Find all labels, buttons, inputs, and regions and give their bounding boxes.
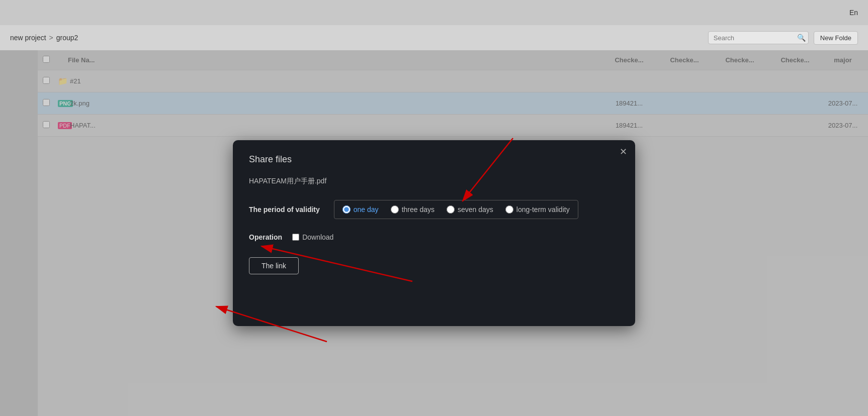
validity-one-day-label: one day — [354, 205, 379, 214]
breadcrumb-project[interactable]: new project — [10, 34, 46, 42]
the-link-button[interactable]: The link — [249, 257, 299, 274]
validity-seven-days-label: seven days — [458, 205, 493, 214]
validity-seven-days[interactable]: seven days — [447, 205, 493, 214]
validity-one-day[interactable]: one day — [342, 205, 379, 214]
breadcrumb: new project > group2 — [10, 34, 78, 42]
breadcrumb-separator: > — [49, 34, 53, 42]
validity-radio-three-days[interactable] — [391, 205, 399, 214]
search-icon: 🔍 — [797, 34, 806, 42]
share-files-modal: ✕ Share files HAPATEAM用户手册.pdf The perio… — [233, 140, 635, 326]
validity-long-term-label: long-term validity — [516, 205, 570, 214]
breadcrumb-bar: new project > group2 🔍 New Folde — [0, 25, 868, 50]
new-folder-button[interactable]: New Folde — [814, 31, 858, 45]
language-selector[interactable]: En — [849, 9, 858, 17]
breadcrumb-actions: 🔍 New Folde — [708, 31, 858, 45]
validity-radio-long-term[interactable] — [505, 205, 513, 214]
modal-filename: HAPATEAM用户手册.pdf — [249, 177, 619, 186]
validity-three-days-label: three days — [402, 205, 435, 214]
search-input[interactable] — [714, 34, 794, 42]
operation-label: Operation — [249, 233, 282, 241]
download-option[interactable]: Download — [292, 233, 333, 241]
download-label: Download — [302, 233, 333, 241]
operation-section: Operation Download — [249, 233, 619, 241]
modal-overlay: ✕ Share files HAPATEAM用户手册.pdf The perio… — [0, 50, 868, 416]
validity-label: The period of validity — [249, 205, 320, 214]
main-content: File Na... Checke... Checke... Checke...… — [0, 50, 868, 416]
validity-radio-seven-days[interactable] — [447, 205, 455, 214]
search-box[interactable]: 🔍 — [708, 31, 809, 44]
validity-three-days[interactable]: three days — [391, 205, 435, 214]
download-checkbox[interactable] — [292, 234, 299, 241]
modal-title: Share files — [249, 154, 619, 165]
breadcrumb-current: group2 — [56, 34, 78, 42]
top-bar: En — [0, 0, 868, 25]
validity-long-term[interactable]: long-term validity — [505, 205, 570, 214]
validity-options: one day three days seven days long-term … — [334, 200, 578, 219]
validity-section: The period of validity one day three day… — [249, 200, 619, 219]
modal-close-button[interactable]: ✕ — [620, 147, 627, 156]
validity-radio-one-day[interactable] — [342, 205, 351, 214]
